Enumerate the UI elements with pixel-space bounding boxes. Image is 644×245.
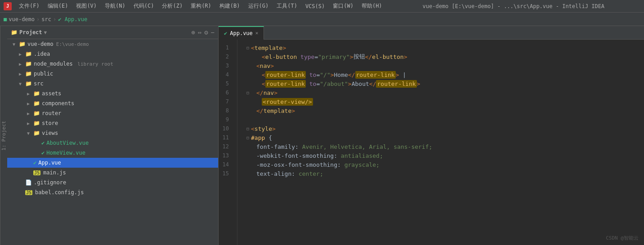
menu-nav[interactable]: 导航(N) bbox=[101, 1, 129, 11]
tab-label: App.vue bbox=[230, 30, 253, 36]
tree-item-homeview[interactable]: ✔ HomeView.vue bbox=[7, 148, 218, 158]
arrow-components: ▶ bbox=[27, 101, 33, 106]
folder-icon: 📁 bbox=[11, 29, 18, 36]
code-line-6: ⊟ </nav> bbox=[245, 88, 644, 97]
folder-assets-icon: 📁 bbox=[33, 90, 40, 97]
fold-1[interactable]: ⊟ bbox=[245, 45, 251, 50]
tab-bar: ✔ App.vue ✕ bbox=[219, 26, 644, 40]
breadcrumb-src[interactable]: src bbox=[41, 16, 51, 22]
tree-item-aboutview[interactable]: ✔ AboutView.vue bbox=[7, 138, 218, 148]
side-panel-label[interactable]: 1: Project bbox=[0, 26, 7, 245]
code-line-2: <el-button type="primary" >按钮</el-button… bbox=[245, 52, 644, 61]
breadcrumb-sep2: › bbox=[53, 16, 56, 22]
arrow-public: ▶ bbox=[19, 71, 25, 76]
breadcrumb-project[interactable]: vue-demo bbox=[9, 16, 35, 22]
line-num-7: 7 bbox=[219, 97, 233, 106]
breadcrumb-sep1: › bbox=[36, 16, 40, 22]
folder-router-icon: 📁 bbox=[33, 110, 40, 116]
settings-icon[interactable]: ⚙ bbox=[204, 29, 208, 36]
folder-node-modules-icon: 📁 bbox=[25, 61, 32, 67]
tab-close-button[interactable]: ✕ bbox=[255, 30, 259, 36]
vue-aboutview-icon: ✔ bbox=[41, 140, 45, 146]
folder-views-icon: 📁 bbox=[33, 130, 40, 136]
project-icon: ■ bbox=[4, 16, 7, 22]
code-line-11: ⊟ #app { bbox=[245, 133, 644, 142]
code-line-7: <router-view/> bbox=[245, 97, 644, 106]
collapse-icon[interactable]: ⇔ bbox=[198, 29, 201, 36]
vue-homeview-icon: ✔ bbox=[41, 150, 45, 156]
tree-item-assets[interactable]: ▶ 📁 assets bbox=[7, 89, 218, 98]
code-line-12: font-family: Avenir, Helvetica, Arial, s… bbox=[245, 142, 644, 151]
file-tree: 📁 Project ▼ ⊕ ⇔ ⚙ − ▼ 📁 vue-demo E:\vue-… bbox=[7, 26, 219, 245]
menu-run[interactable]: 运行(G) bbox=[245, 1, 273, 11]
add-icon[interactable]: ⊕ bbox=[191, 29, 195, 36]
folder-components-icon: 📁 bbox=[33, 100, 40, 107]
line-num-10: 10 bbox=[219, 124, 233, 133]
tree-title: 📁 Project ▼ bbox=[11, 29, 47, 36]
tree-item-views[interactable]: ▼ 📁 views bbox=[7, 128, 218, 138]
code-line-15: text-align: center; bbox=[245, 169, 644, 178]
js-mainjs-icon: JS bbox=[33, 170, 40, 175]
app-icon: J bbox=[4, 2, 12, 10]
line-num-15: 15 bbox=[219, 169, 233, 178]
line-num-3: 3 bbox=[219, 61, 233, 70]
menu-vcs[interactable]: VCS(S) bbox=[302, 2, 328, 10]
folder-public-icon: 📁 bbox=[25, 71, 32, 77]
tree-item-store[interactable]: ▶ 📁 store bbox=[7, 118, 218, 128]
code-line-5: <router-link to="/about" >About</router-… bbox=[245, 79, 644, 88]
tree-item-gitignore[interactable]: 📄 .gitignore bbox=[7, 178, 218, 187]
code-line-3: <nav> bbox=[245, 61, 644, 70]
tree-header: 📁 Project ▼ ⊕ ⇔ ⚙ − bbox=[7, 26, 218, 39]
arrow-assets: ▶ bbox=[27, 91, 33, 96]
tree-item-public[interactable]: ▶ 📁 public bbox=[7, 69, 218, 79]
code-content[interactable]: ⊟ <template> <el-button type="primary" >… bbox=[237, 40, 644, 245]
arrow-src: ▼ bbox=[19, 81, 25, 86]
code-line-14: -moz-osx-font-smoothing: grayscale; bbox=[245, 160, 644, 169]
menu-help[interactable]: 帮助(H) bbox=[358, 1, 386, 11]
arrow-store: ▶ bbox=[27, 121, 33, 126]
fold-11[interactable]: ⊟ bbox=[245, 135, 251, 140]
tree-item-router[interactable]: ▶ 📁 router bbox=[7, 108, 218, 118]
fold-6[interactable]: ⊟ bbox=[245, 90, 251, 95]
gitignore-icon: 📄 bbox=[25, 179, 32, 186]
tree-item-appvue[interactable]: ✔ App.vue bbox=[7, 158, 218, 168]
tree-items: ▼ 📁 vue-demo E:\vue-demo ▶ 📁 .idea ▶ 📁 n… bbox=[7, 39, 218, 245]
tab-vue-icon: ✔ bbox=[224, 30, 227, 36]
folder-store-icon: 📁 bbox=[33, 120, 40, 126]
menu-refactor[interactable]: 重构(R) bbox=[187, 1, 215, 11]
line-num-8: 8 bbox=[219, 106, 233, 115]
tab-appvue[interactable]: ✔ App.vue ✕ bbox=[219, 26, 264, 40]
watermark: CSDN @智能云 bbox=[606, 235, 639, 241]
tree-item-src[interactable]: ▼ 📁 src bbox=[7, 79, 218, 89]
close-icon[interactable]: − bbox=[211, 29, 215, 36]
line-num-13: 13 bbox=[219, 151, 233, 160]
tree-item-components[interactable]: ▶ 📁 components bbox=[7, 98, 218, 108]
fold-10[interactable]: ⊟ bbox=[245, 126, 251, 131]
tree-item-idea[interactable]: ▶ 📁 .idea bbox=[7, 49, 218, 59]
menu-code[interactable]: 代码(C) bbox=[130, 1, 158, 11]
menu-file[interactable]: 文件(F) bbox=[15, 1, 43, 11]
code-line-8: </template> bbox=[245, 106, 644, 115]
arrow-root: ▼ bbox=[13, 42, 19, 47]
tree-root[interactable]: ▼ 📁 vue-demo E:\vue-demo bbox=[7, 39, 218, 49]
window-title: vue-demo [E:\vue-demo] - ...\src\App.vue… bbox=[387, 3, 640, 9]
breadcrumb-file[interactable]: ✔ App.vue bbox=[58, 16, 87, 22]
arrow-router: ▶ bbox=[27, 111, 33, 116]
menu-tools[interactable]: 工具(T) bbox=[273, 1, 301, 11]
code-line-9 bbox=[245, 115, 644, 124]
line-num-11: 11 bbox=[219, 133, 233, 142]
editor-area: ✔ App.vue ✕ 1 2 3 4 5 6 7 8 9 10 11 12 1… bbox=[219, 26, 644, 245]
menu-edit[interactable]: 编辑(E) bbox=[44, 1, 72, 11]
line-num-1: 1 bbox=[219, 43, 233, 52]
tree-item-mainjs[interactable]: JS main.js bbox=[7, 168, 218, 178]
line-numbers: 1 2 3 4 5 6 7 8 9 10 11 12 13 14 15 bbox=[219, 40, 237, 245]
folder-idea-icon: 📁 bbox=[25, 51, 32, 57]
menu-window[interactable]: 窗口(W) bbox=[329, 1, 357, 11]
menu-bar: J 文件(F) 编辑(E) 视图(V) 导航(N) 代码(C) 分析(Z) 重构… bbox=[0, 0, 644, 13]
menu-analyze[interactable]: 分析(Z) bbox=[158, 1, 186, 11]
tree-item-babelconfig[interactable]: JS babel.config.js bbox=[7, 187, 218, 197]
menu-view[interactable]: 视图(V) bbox=[72, 1, 100, 11]
tree-item-node-modules[interactable]: ▶ 📁 node_modules library root bbox=[7, 59, 218, 69]
code-editor[interactable]: 1 2 3 4 5 6 7 8 9 10 11 12 13 14 15 ⊟ bbox=[219, 40, 644, 245]
menu-build[interactable]: 构建(B) bbox=[216, 1, 244, 11]
